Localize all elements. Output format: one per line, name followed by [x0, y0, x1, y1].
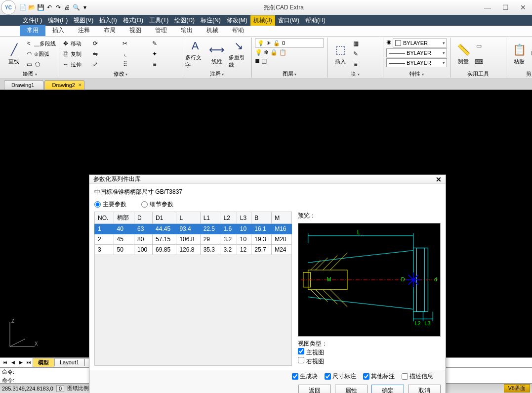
undo-icon[interactable]: ↶: [45, 3, 53, 11]
col-b[interactable]: B: [251, 212, 272, 224]
insert-button[interactable]: ⬚插入: [330, 39, 350, 69]
layer-icon-3[interactable]: 🔒: [270, 49, 278, 56]
layer-icon-4[interactable]: 📋: [279, 49, 286, 56]
app-logo[interactable]: YC: [1, 0, 16, 15]
chk-dim[interactable]: 尺寸标注: [325, 372, 356, 381]
table-row[interactable]: 1406344.4593.422.51.61016.1M16: [95, 224, 292, 234]
create-block[interactable]: ▦: [352, 40, 380, 47]
linetype-combo[interactable]: ——— BYLAYER: [386, 58, 447, 67]
back-button[interactable]: 返回: [298, 385, 331, 393]
radio-detail[interactable]: 细节参数: [141, 200, 173, 209]
open-icon[interactable]: 📂: [28, 3, 36, 11]
rotate-button[interactable]: ⟳: [92, 40, 120, 47]
panel-modify-label[interactable]: 修改: [62, 70, 179, 78]
layer-icon-6[interactable]: ◫: [261, 57, 267, 64]
chk-genblock-input[interactable]: [292, 373, 298, 380]
panel-draw-label[interactable]: 绘图: [4, 70, 56, 78]
draw-more[interactable]: ▭⬠: [26, 61, 56, 68]
ok-button[interactable]: 确定: [371, 385, 404, 393]
radio-main[interactable]: 主要参数: [94, 200, 126, 209]
fillet-button[interactable]: ◟: [122, 50, 149, 57]
rtab-help[interactable]: 帮助: [225, 25, 251, 36]
drawing-tab-2[interactable]: Drawing2✕: [44, 80, 84, 89]
col-l2[interactable]: L2: [220, 212, 237, 224]
chk-desc-input[interactable]: [402, 373, 408, 380]
trim-button[interactable]: ✂: [122, 40, 149, 47]
rtab-output[interactable]: 输出: [174, 25, 200, 36]
menu-help[interactable]: 帮助(H): [302, 15, 328, 26]
rtab-annot[interactable]: 注释: [71, 25, 97, 36]
stretch-button[interactable]: ↔拉伸: [62, 61, 90, 68]
explode-button[interactable]: ✦: [151, 50, 179, 57]
menu-mech[interactable]: 机械(J): [250, 15, 275, 26]
edit-block[interactable]: ✎: [352, 50, 380, 57]
rtab-mech[interactable]: 机械: [200, 25, 225, 36]
menu-dim[interactable]: 标注(N): [198, 15, 224, 26]
color-combo[interactable]: BYLAYER: [393, 39, 447, 47]
rtab-insert[interactable]: 插入: [45, 25, 71, 36]
new-icon[interactable]: 📄: [19, 3, 27, 11]
chk-genblock[interactable]: 生成块: [292, 372, 318, 381]
minimize-button[interactable]: —: [479, 1, 496, 14]
table-row[interactable]: 2458057.15106.8293.21019.3M20: [95, 234, 292, 245]
col-shank[interactable]: 柄部: [114, 212, 134, 224]
erase-button[interactable]: ✎: [151, 40, 179, 47]
panel-clip-label[interactable]: 剪贴板: [509, 70, 532, 78]
chk-front[interactable]: [298, 348, 304, 354]
layer-combo[interactable]: 💡☀🔓0: [255, 39, 324, 47]
table-row[interactable]: 35010069.85126.835.33.21225.7M24: [95, 245, 292, 255]
util-1[interactable]: ▭: [475, 43, 503, 49]
chk-right[interactable]: [298, 357, 304, 363]
move-button[interactable]: ✥移动: [62, 40, 90, 47]
offset-button[interactable]: ≡: [151, 61, 179, 68]
drawing-tab-1[interactable]: Drawing1: [4, 80, 43, 89]
rtab-view[interactable]: 视图: [123, 25, 148, 36]
layer-icon-1[interactable]: 💡: [255, 49, 262, 56]
panel-annot-label[interactable]: 注释: [185, 70, 248, 78]
layer-icon-5[interactable]: ≣: [255, 57, 260, 64]
array-button[interactable]: ⠿: [122, 61, 149, 68]
ui-mode[interactable]: V8界面: [504, 384, 530, 393]
close-tab-icon[interactable]: ✕: [78, 83, 82, 87]
redo-icon[interactable]: ↷: [54, 3, 62, 11]
panel-block-label[interactable]: 块: [330, 70, 380, 78]
panel-layer-label[interactable]: 图层: [255, 70, 324, 78]
menu-view[interactable]: 视图(V): [71, 15, 96, 26]
rtab-manage[interactable]: 管理: [148, 25, 174, 36]
col-d1[interactable]: D1: [153, 212, 176, 224]
color-wheel-icon[interactable]: ◉: [386, 39, 391, 47]
panel-util-label[interactable]: 实用工具: [453, 70, 503, 78]
col-d[interactable]: D: [134, 212, 153, 224]
maximize-button[interactable]: ☐: [496, 1, 514, 14]
scale-button[interactable]: ⤢: [92, 61, 120, 68]
menu-tools[interactable]: 工具(T): [146, 15, 171, 26]
menu-window[interactable]: 窗口(W): [275, 15, 302, 26]
chk-dim-input[interactable]: [325, 373, 331, 380]
find-icon[interactable]: 🔍: [72, 3, 80, 11]
linear-button[interactable]: ⟷线性: [207, 39, 227, 69]
attr-button[interactable]: 属性: [335, 385, 368, 393]
panel-props-label[interactable]: 特性: [386, 70, 447, 78]
chk-other[interactable]: 其他标注: [363, 372, 395, 381]
copy-button[interactable]: ⿻复制: [62, 50, 90, 58]
qat-more-icon[interactable]: ▾: [81, 3, 89, 11]
layout-1[interactable]: Layout1: [54, 358, 84, 366]
save-icon[interactable]: 💾: [37, 3, 44, 11]
mtext-button[interactable]: A多行文字: [185, 39, 205, 69]
col-no[interactable]: NO.: [95, 212, 114, 224]
attr-block[interactable]: ≡: [352, 61, 380, 68]
util-2[interactable]: ⌨: [475, 58, 503, 65]
menu-insert[interactable]: 插入(I): [96, 15, 120, 26]
cancel-button[interactable]: 取消: [408, 385, 441, 393]
chk-desc[interactable]: 描述信息: [402, 372, 433, 381]
menu-file[interactable]: 文件(F): [20, 15, 45, 26]
menu-format[interactable]: 格式(O): [120, 15, 146, 26]
plot-icon[interactable]: 🖨: [63, 3, 71, 11]
col-l3[interactable]: L3: [237, 212, 251, 224]
close-button[interactable]: ✕: [514, 1, 532, 14]
menu-modify[interactable]: 修改(M): [224, 15, 250, 26]
polyline-button[interactable]: ⺀⸏多段线: [26, 40, 56, 47]
lineweight-combo[interactable]: ——— BYLAYER: [386, 48, 447, 57]
nav-next[interactable]: ▶: [17, 360, 25, 365]
rtab-home[interactable]: 常用: [20, 25, 45, 36]
